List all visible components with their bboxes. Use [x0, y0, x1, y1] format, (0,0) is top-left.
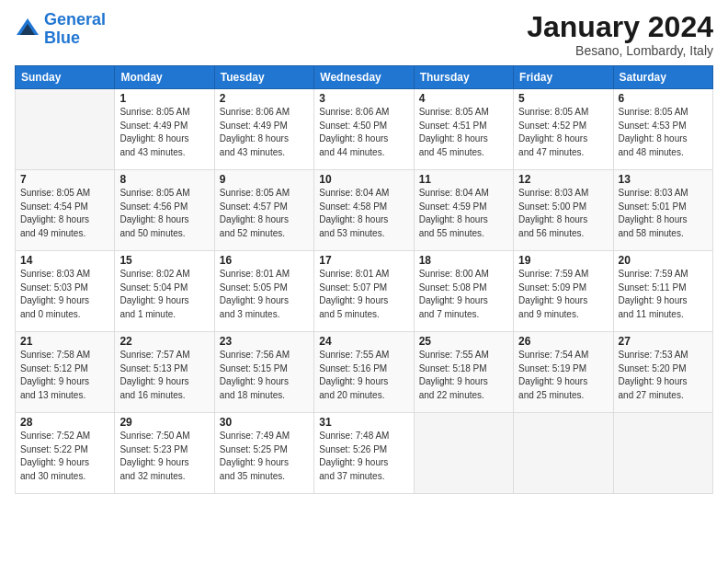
calendar-week-row: 28Sunrise: 7:52 AMSunset: 5:22 PMDayligh…	[16, 413, 713, 494]
day-info: Sunrise: 8:01 AMSunset: 5:05 PMDaylight:…	[220, 268, 309, 321]
calendar-cell: 3Sunrise: 8:06 AMSunset: 4:50 PMDaylight…	[314, 89, 414, 170]
day-number: 27	[619, 335, 708, 348]
calendar-week-row: 21Sunrise: 7:58 AMSunset: 5:12 PMDayligh…	[16, 332, 713, 413]
day-number: 23	[220, 335, 309, 348]
day-info: Sunrise: 8:05 AMSunset: 4:52 PMDaylight:…	[518, 106, 608, 159]
day-info: Sunrise: 7:55 AMSunset: 5:18 PMDaylight:…	[419, 349, 508, 402]
day-info: Sunrise: 8:05 AMSunset: 4:49 PMDaylight:…	[119, 106, 209, 159]
calendar-header-day: Friday	[514, 66, 613, 89]
calendar-cell: 26Sunrise: 7:54 AMSunset: 5:19 PMDayligh…	[514, 332, 613, 413]
calendar-cell: 17Sunrise: 8:01 AMSunset: 5:07 PMDayligh…	[314, 251, 414, 332]
day-info: Sunrise: 7:55 AMSunset: 5:16 PMDaylight:…	[319, 349, 408, 402]
day-info: Sunrise: 7:58 AMSunset: 5:12 PMDaylight:…	[20, 349, 109, 402]
calendar-cell	[414, 413, 513, 494]
calendar-cell: 1Sunrise: 8:05 AMSunset: 4:49 PMDaylight…	[115, 89, 214, 170]
day-info: Sunrise: 8:03 AMSunset: 5:01 PMDaylight:…	[619, 187, 708, 240]
day-info: Sunrise: 8:02 AMSunset: 5:04 PMDaylight:…	[119, 268, 209, 321]
title-block: January 2024 Besano, Lombardy, Italy	[527, 11, 713, 58]
page: General Blue January 2024 Besano, Lombar…	[0, 0, 728, 563]
day-info: Sunrise: 8:01 AMSunset: 5:07 PMDaylight:…	[319, 268, 408, 321]
day-number: 12	[518, 173, 608, 186]
day-info: Sunrise: 8:03 AMSunset: 5:03 PMDaylight:…	[20, 268, 109, 321]
day-info: Sunrise: 8:05 AMSunset: 4:57 PMDaylight:…	[220, 187, 309, 240]
day-info: Sunrise: 8:00 AMSunset: 5:08 PMDaylight:…	[419, 268, 508, 321]
day-info: Sunrise: 7:57 AMSunset: 5:13 PMDaylight:…	[119, 349, 209, 402]
day-number: 16	[220, 254, 309, 267]
calendar-cell: 2Sunrise: 8:06 AMSunset: 4:49 PMDaylight…	[214, 89, 313, 170]
calendar-week-row: 1Sunrise: 8:05 AMSunset: 4:49 PMDaylight…	[16, 89, 713, 170]
day-number: 2	[220, 92, 309, 105]
day-info: Sunrise: 7:50 AMSunset: 5:23 PMDaylight:…	[119, 430, 209, 483]
day-number: 7	[20, 173, 109, 186]
calendar-cell	[16, 89, 115, 170]
day-info: Sunrise: 7:53 AMSunset: 5:20 PMDaylight:…	[619, 349, 708, 402]
day-number: 5	[518, 92, 608, 105]
day-info: Sunrise: 7:56 AMSunset: 5:15 PMDaylight:…	[220, 349, 309, 402]
day-number: 25	[419, 335, 508, 348]
calendar-week-row: 14Sunrise: 8:03 AMSunset: 5:03 PMDayligh…	[16, 251, 713, 332]
calendar-cell: 29Sunrise: 7:50 AMSunset: 5:23 PMDayligh…	[115, 413, 214, 494]
calendar-header-day: Tuesday	[214, 66, 313, 89]
day-info: Sunrise: 7:52 AMSunset: 5:22 PMDaylight:…	[20, 430, 109, 483]
calendar-cell: 8Sunrise: 8:05 AMSunset: 4:56 PMDaylight…	[115, 170, 214, 251]
day-number: 24	[319, 335, 408, 348]
calendar-cell: 23Sunrise: 7:56 AMSunset: 5:15 PMDayligh…	[214, 332, 313, 413]
day-info: Sunrise: 7:59 AMSunset: 5:09 PMDaylight:…	[518, 268, 608, 321]
calendar-header-day: Wednesday	[314, 66, 414, 89]
calendar-cell: 18Sunrise: 8:00 AMSunset: 5:08 PMDayligh…	[414, 251, 513, 332]
day-number: 4	[419, 92, 508, 105]
calendar-header-day: Thursday	[414, 66, 513, 89]
calendar-cell: 21Sunrise: 7:58 AMSunset: 5:12 PMDayligh…	[16, 332, 115, 413]
calendar-header-day: Saturday	[613, 66, 712, 89]
calendar-header-day: Sunday	[16, 66, 115, 89]
day-number: 17	[319, 254, 408, 267]
day-number: 30	[220, 416, 309, 429]
logo-text: General Blue	[44, 11, 106, 48]
day-info: Sunrise: 8:05 AMSunset: 4:54 PMDaylight:…	[20, 187, 109, 240]
calendar-cell: 13Sunrise: 8:03 AMSunset: 5:01 PMDayligh…	[613, 170, 712, 251]
calendar-cell: 10Sunrise: 8:04 AMSunset: 4:58 PMDayligh…	[314, 170, 414, 251]
calendar-cell: 24Sunrise: 7:55 AMSunset: 5:16 PMDayligh…	[314, 332, 414, 413]
calendar-table: SundayMondayTuesdayWednesdayThursdayFrid…	[15, 65, 713, 494]
calendar-cell: 28Sunrise: 7:52 AMSunset: 5:22 PMDayligh…	[16, 413, 115, 494]
day-info: Sunrise: 7:54 AMSunset: 5:19 PMDaylight:…	[518, 349, 608, 402]
day-number: 9	[220, 173, 309, 186]
day-info: Sunrise: 8:05 AMSunset: 4:51 PMDaylight:…	[419, 106, 508, 159]
day-info: Sunrise: 8:04 AMSunset: 4:59 PMDaylight:…	[419, 187, 508, 240]
logo: General Blue	[15, 11, 106, 48]
day-number: 15	[119, 254, 209, 267]
calendar-cell: 9Sunrise: 8:05 AMSunset: 4:57 PMDaylight…	[214, 170, 313, 251]
day-number: 31	[319, 416, 408, 429]
day-info: Sunrise: 8:06 AMSunset: 4:49 PMDaylight:…	[220, 106, 309, 159]
calendar-cell: 27Sunrise: 7:53 AMSunset: 5:20 PMDayligh…	[613, 332, 712, 413]
calendar-cell: 4Sunrise: 8:05 AMSunset: 4:51 PMDaylight…	[414, 89, 513, 170]
calendar-header-day: Monday	[115, 66, 214, 89]
day-info: Sunrise: 8:04 AMSunset: 4:58 PMDaylight:…	[319, 187, 408, 240]
calendar-cell	[514, 413, 613, 494]
day-number: 20	[619, 254, 708, 267]
calendar-cell: 30Sunrise: 7:49 AMSunset: 5:25 PMDayligh…	[214, 413, 313, 494]
day-info: Sunrise: 8:05 AMSunset: 4:53 PMDaylight:…	[619, 106, 708, 159]
calendar-header-row: SundayMondayTuesdayWednesdayThursdayFrid…	[16, 66, 713, 89]
calendar-cell: 7Sunrise: 8:05 AMSunset: 4:54 PMDaylight…	[16, 170, 115, 251]
calendar-week-row: 7Sunrise: 8:05 AMSunset: 4:54 PMDaylight…	[16, 170, 713, 251]
day-number: 6	[619, 92, 708, 105]
header: General Blue January 2024 Besano, Lombar…	[15, 11, 713, 58]
day-number: 11	[419, 173, 508, 186]
calendar-cell: 12Sunrise: 8:03 AMSunset: 5:00 PMDayligh…	[514, 170, 613, 251]
calendar-cell: 6Sunrise: 8:05 AMSunset: 4:53 PMDaylight…	[613, 89, 712, 170]
calendar-subtitle: Besano, Lombardy, Italy	[527, 43, 713, 58]
calendar-cell: 31Sunrise: 7:48 AMSunset: 5:26 PMDayligh…	[314, 413, 414, 494]
day-info: Sunrise: 7:49 AMSunset: 5:25 PMDaylight:…	[220, 430, 309, 483]
day-info: Sunrise: 7:59 AMSunset: 5:11 PMDaylight:…	[619, 268, 708, 321]
day-number: 13	[619, 173, 708, 186]
day-number: 8	[119, 173, 209, 186]
calendar-cell	[613, 413, 712, 494]
calendar-cell: 5Sunrise: 8:05 AMSunset: 4:52 PMDaylight…	[514, 89, 613, 170]
day-number: 22	[119, 335, 209, 348]
day-number: 19	[518, 254, 608, 267]
logo-icon	[15, 17, 40, 42]
calendar-cell: 11Sunrise: 8:04 AMSunset: 4:59 PMDayligh…	[414, 170, 513, 251]
calendar-cell: 19Sunrise: 7:59 AMSunset: 5:09 PMDayligh…	[514, 251, 613, 332]
day-number: 29	[119, 416, 209, 429]
